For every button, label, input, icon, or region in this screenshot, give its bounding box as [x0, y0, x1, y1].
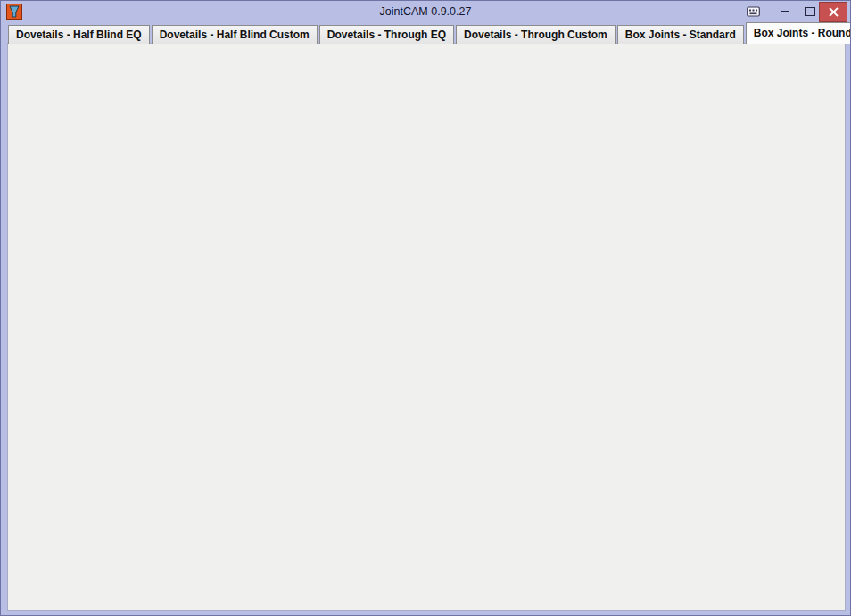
tab-dovetails-through-custom[interactable]: Dovetails - Through Custom — [456, 25, 616, 44]
tab-page — [7, 43, 846, 611]
tab-dovetails-half-blind-custom[interactable]: Dovetails - Half Blind Custom — [152, 25, 318, 44]
app-window: JointCAM 0.9.0.27 Dovetails - Half Blind… — [0, 0, 851, 616]
tab-bar: Dovetails - Half Blind EQ Dovetails - Ha… — [8, 23, 851, 44]
tab-dovetails-half-blind-eq[interactable]: Dovetails - Half Blind EQ — [8, 25, 150, 44]
window-title: JointCAM 0.9.0.27 — [1, 5, 850, 18]
touch-keyboard-icon[interactable] — [743, 4, 764, 20]
tab-box-joints-rounded[interactable]: Box Joints - Rounded — [746, 22, 851, 44]
close-icon[interactable] — [819, 2, 847, 22]
tab-dovetails-through-eq[interactable]: Dovetails - Through EQ — [319, 25, 454, 44]
titlebar: JointCAM 0.9.0.27 — [1, 1, 850, 23]
tab-box-joints-standard[interactable]: Box Joints - Standard — [617, 25, 744, 44]
minimize-icon[interactable] — [773, 4, 797, 20]
